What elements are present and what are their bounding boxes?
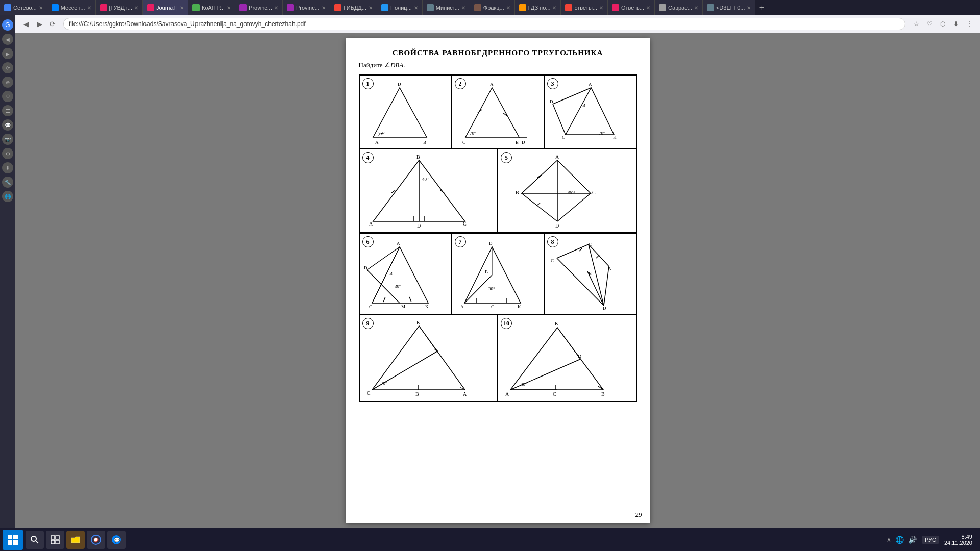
- tab-close[interactable]: ✕: [745, 5, 751, 11]
- address-bar[interactable]: file:///C:/Users/ggkro/Downloads/Savraso…: [63, 18, 905, 30]
- tab-favicon: [192, 4, 200, 11]
- tab-journal[interactable]: Journal | ✕: [143, 0, 188, 15]
- tab-label: Мессен...: [61, 5, 85, 11]
- tab-frakci[interactable]: Фракц... ✕: [470, 0, 515, 15]
- extensions-icon[interactable]: ⬡: [937, 18, 948, 30]
- chrome-icon: [91, 535, 101, 545]
- refresh-button[interactable]: ⟳: [47, 18, 58, 30]
- sidebar-icon-8[interactable]: 💬: [2, 119, 13, 131]
- clock-display: 8:49 24.11.2020: [944, 534, 972, 546]
- problems-row-4: 9 K D C B A 70°: [359, 314, 637, 402]
- browser-toolbar: ◀ ▶ ⟳ file:///C:/Users/ggkro/Downloads/S…: [15, 15, 980, 33]
- tab-close[interactable]: ✕: [366, 5, 373, 11]
- tab-setevo[interactable]: Сетево... ✕: [0, 0, 47, 15]
- tab-otvety2[interactable]: Ответь... ✕: [608, 0, 655, 15]
- chrome-button[interactable]: [87, 531, 105, 549]
- tab-province1[interactable]: Provinc... ✕: [235, 0, 283, 15]
- sidebar-icon-7[interactable]: ☰: [2, 105, 13, 116]
- svg-text:70°: 70°: [599, 131, 605, 136]
- tab-favicon: [239, 4, 247, 11]
- svg-line-77: [587, 271, 604, 306]
- tab-close[interactable]: ✕: [132, 5, 138, 11]
- tab-close[interactable]: ✕: [225, 5, 231, 11]
- tab-close[interactable]: ✕: [85, 5, 91, 11]
- svg-line-16: [553, 88, 591, 104]
- svg-point-109: [31, 536, 36, 541]
- tab-guvd[interactable]: [ГУВД г... ✕: [96, 0, 143, 15]
- problem-5: 5 A B C D /50°: [498, 149, 636, 233]
- clock-date: 24.11.2020: [944, 540, 972, 546]
- svg-text:D: D: [555, 223, 559, 229]
- tab-d3effo[interactable]: <D3EFF0... ✕: [703, 0, 756, 15]
- download-icon[interactable]: ⬇: [950, 18, 962, 30]
- back-button[interactable]: ◀: [20, 18, 32, 30]
- search-button[interactable]: [26, 531, 44, 549]
- svg-text:C: C: [491, 304, 494, 309]
- problem-8-diagram: D C C A B: [548, 237, 622, 311]
- tab-close[interactable]: ✕: [320, 5, 326, 11]
- tab-favicon: [100, 4, 107, 11]
- tab-close[interactable]: ✕: [644, 5, 650, 11]
- sidebar-icon-5[interactable]: ⊕: [2, 77, 13, 88]
- tab-label: ГИБДД...: [344, 5, 366, 11]
- tab-close[interactable]: ✕: [412, 5, 418, 11]
- tab-close[interactable]: ✕: [597, 5, 603, 11]
- language-indicator[interactable]: РУС: [922, 536, 939, 544]
- svg-line-56: [409, 297, 411, 302]
- tab-favicon: [52, 4, 59, 11]
- svg-marker-5: [465, 88, 519, 137]
- tab-otvety[interactable]: ответы... ✕: [561, 0, 608, 15]
- tab-province2[interactable]: Provinc... ✕: [283, 0, 330, 15]
- problem-3-diagram: A D B C K 70°: [548, 79, 622, 145]
- tab-koap[interactable]: КоАП Р... ✕: [188, 0, 235, 15]
- tab-messen[interactable]: Мессен... ✕: [47, 0, 96, 15]
- tab-close[interactable]: ✕: [37, 5, 43, 11]
- tab-label: Саврас...: [668, 5, 692, 11]
- tab-savras[interactable]: Саврас... ✕: [655, 0, 703, 15]
- sidebar-icon-3[interactable]: ▶: [2, 48, 13, 59]
- heart-icon[interactable]: ♡: [924, 18, 935, 30]
- forward-button[interactable]: ▶: [34, 18, 45, 30]
- sidebar-icon-13[interactable]: 🌐: [2, 191, 13, 202]
- tab-label: Фракц...: [483, 5, 504, 11]
- sidebar-icon-6[interactable]: ♡: [2, 91, 13, 102]
- bookmark-star-icon[interactable]: ☆: [911, 18, 922, 30]
- problem-9-diagram: K D C B A 70°: [363, 318, 475, 397]
- explorer-button[interactable]: [66, 531, 85, 549]
- tab-gibdd[interactable]: ГИБДД... ✕: [330, 0, 377, 15]
- messenger-button[interactable]: 💬: [107, 531, 126, 549]
- tab-close[interactable]: ✕: [504, 5, 510, 11]
- page-subtitle: Найдите ∠DBA.: [359, 61, 637, 69]
- tab-close[interactable]: ✕: [178, 5, 184, 11]
- start-button[interactable]: [3, 530, 23, 550]
- sidebar-icon-4[interactable]: ⟳: [2, 62, 13, 73]
- sidebar-icon-2[interactable]: ◀: [2, 34, 13, 45]
- svg-text:/50°: /50°: [568, 190, 576, 195]
- network-icon: 🌐: [895, 536, 904, 544]
- new-tab-button[interactable]: +: [755, 0, 768, 15]
- sidebar-icon-10[interactable]: ⚙: [2, 148, 13, 159]
- tab-favicon: [4, 4, 11, 11]
- svg-text:💬: 💬: [114, 537, 120, 543]
- sidebar-icon-11[interactable]: ⬇: [2, 162, 13, 173]
- tab-gdz[interactable]: ГДЗ но... ✕: [515, 0, 561, 15]
- tab-close[interactable]: ✕: [550, 5, 556, 11]
- browser-tabs-bar: Сетево... ✕ Мессен... ✕ [ГУВД г... ✕ Jou…: [0, 0, 980, 15]
- tab-minist[interactable]: Минист... ✕: [423, 0, 470, 15]
- more-menu-icon[interactable]: ⋮: [964, 18, 975, 30]
- sidebar-icon-12[interactable]: 🔧: [2, 177, 13, 188]
- task-view-button[interactable]: [46, 531, 64, 549]
- tab-close[interactable]: ✕: [692, 5, 698, 11]
- svg-text:B: B: [416, 154, 420, 160]
- tab-label: Полиц...: [390, 5, 412, 11]
- tab-favicon: [287, 4, 294, 11]
- tab-close[interactable]: ✕: [272, 5, 278, 11]
- problem-num-3: 3: [547, 78, 558, 89]
- svg-marker-34: [522, 160, 591, 193]
- svg-text:A: A: [397, 241, 400, 246]
- sidebar-icon-9[interactable]: 📷: [2, 134, 13, 145]
- tab-police[interactable]: Полиц... ✕: [377, 0, 423, 15]
- svg-text:C: C: [592, 190, 596, 195]
- sidebar-icon-1[interactable]: G: [2, 19, 13, 31]
- tab-close[interactable]: ✕: [459, 5, 465, 11]
